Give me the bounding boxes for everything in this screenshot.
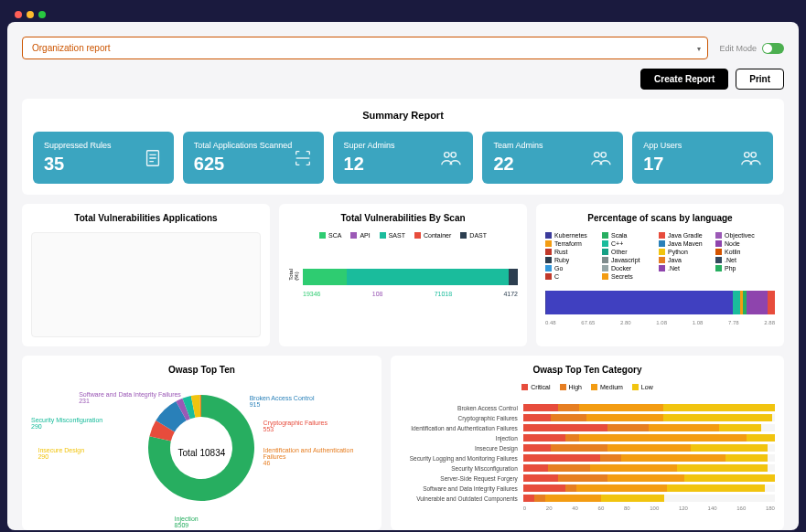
users-icon bbox=[738, 148, 762, 168]
bar-segment bbox=[607, 444, 692, 452]
bar-category: Vulnerable and Outdated Components bbox=[400, 495, 523, 502]
bar-segment bbox=[523, 444, 552, 452]
bar-segment bbox=[523, 424, 607, 431]
bar-labels: 19346108710184172 bbox=[303, 291, 518, 297]
bar-labels: 0.4867.652.801.081.087.782.88 bbox=[545, 320, 775, 325]
chart-row-2: Owasp Top Ten Total 10834Broken Access C… bbox=[22, 356, 784, 530]
legend-item: Scala bbox=[602, 232, 650, 239]
bar-row: Insecure Design bbox=[400, 444, 775, 452]
scan-icon bbox=[293, 148, 313, 168]
lang-panel: Percentage of scans by language Kubernet… bbox=[536, 204, 784, 346]
bar-segment bbox=[545, 495, 601, 502]
legend-item: Medium bbox=[591, 384, 623, 390]
legend-swatch bbox=[659, 257, 665, 263]
donut-label: Security Misconfiguration290 bbox=[31, 417, 102, 430]
metric-card: Suppressed Rules35 bbox=[33, 132, 174, 184]
legend-swatch bbox=[414, 232, 421, 239]
legend-item: Python bbox=[659, 249, 706, 255]
legend-swatch bbox=[659, 249, 665, 255]
bar-row: Server-Side Request Forgery bbox=[400, 474, 775, 482]
legend-swatch bbox=[460, 232, 467, 239]
legend-item: .Net bbox=[715, 257, 763, 263]
edit-mode-toggle[interactable] bbox=[762, 43, 784, 54]
bar-segment bbox=[600, 454, 621, 462]
legend-swatch bbox=[545, 232, 552, 239]
bar-segment bbox=[607, 474, 684, 482]
bar-segment bbox=[649, 424, 718, 431]
legend-swatch bbox=[715, 257, 722, 263]
donut-label: Insecure Design290 bbox=[38, 447, 84, 460]
bar-segment bbox=[551, 414, 586, 421]
legend-item: Rust bbox=[545, 249, 593, 255]
legend-item: Java Gradle bbox=[659, 232, 706, 239]
vuln-apps-title: Total Vulnerabilities Applications bbox=[31, 213, 261, 223]
bar-row: Cryptographic Failures bbox=[400, 414, 775, 421]
lang-title: Percentage of scans by language bbox=[545, 213, 775, 223]
bar-category: Cryptographic Failures bbox=[400, 415, 523, 421]
create-report-button[interactable]: Create Report bbox=[640, 69, 728, 90]
main-container: ▾ Edit Mode Create Report Print Summary … bbox=[7, 22, 799, 530]
legend-item: Kotlin bbox=[715, 249, 763, 255]
legend-swatch bbox=[715, 232, 722, 239]
metric-value: 12 bbox=[344, 154, 395, 175]
bar-segment bbox=[546, 291, 732, 314]
legend-item: Java Maven bbox=[659, 240, 706, 247]
bar-segment bbox=[579, 434, 747, 442]
bar-segment bbox=[558, 474, 607, 482]
legend-swatch bbox=[602, 265, 608, 271]
svg-point-6 bbox=[751, 152, 757, 157]
legend-swatch bbox=[659, 240, 665, 247]
legend-swatch bbox=[545, 257, 552, 263]
legend-swatch bbox=[350, 232, 357, 239]
bar-category: Broken Access Control bbox=[400, 405, 523, 411]
bar-segment bbox=[565, 484, 576, 492]
legend-item: Secrets bbox=[602, 273, 650, 280]
metric-card: Super Admins12 bbox=[333, 132, 474, 184]
bar-segment bbox=[719, 424, 761, 431]
bar-segment bbox=[601, 495, 664, 502]
legend-swatch bbox=[560, 384, 566, 390]
bar-category: Identification and Authentication Failur… bbox=[400, 425, 523, 431]
bar-segment bbox=[523, 454, 600, 462]
print-button[interactable]: Print bbox=[736, 69, 784, 90]
legend-swatch bbox=[602, 273, 608, 280]
bar-row: Software and Data Integrity Failures bbox=[400, 484, 775, 492]
svg-point-5 bbox=[745, 152, 750, 157]
chart-row-1: Total Vulnerabilities Applications Total… bbox=[22, 204, 784, 346]
metric-value: 17 bbox=[643, 154, 682, 175]
bar-segment bbox=[579, 404, 663, 411]
legend-item: Java bbox=[659, 257, 706, 263]
bar-segment bbox=[768, 291, 775, 314]
window-controls bbox=[7, 7, 799, 22]
maximize-window-icon[interactable] bbox=[38, 11, 46, 18]
bar-category: Security Logging and Monitoring Failures bbox=[400, 455, 523, 462]
metric-label: Team Admins bbox=[493, 141, 543, 150]
bar-segment bbox=[565, 434, 579, 442]
bar-row: Injection bbox=[400, 434, 775, 442]
minimize-window-icon[interactable] bbox=[27, 11, 34, 18]
bar-segment bbox=[347, 269, 508, 285]
legend-swatch bbox=[602, 249, 608, 255]
legend-swatch bbox=[602, 257, 608, 263]
metric-value: 22 bbox=[493, 154, 543, 175]
legend-item: API bbox=[350, 232, 370, 239]
legend-swatch bbox=[659, 232, 665, 239]
metric-label: App Users bbox=[643, 141, 682, 150]
edit-mode-label: Edit Mode bbox=[719, 44, 757, 53]
owasp-donut-chart: Total 10834Broken Access Control915Crypt… bbox=[31, 384, 372, 521]
metric-card: Team Admins22 bbox=[482, 132, 623, 184]
summary-panel: Summary Report Suppressed Rules35Total A… bbox=[22, 99, 784, 195]
legend-item: .Net bbox=[659, 265, 706, 271]
legend-item: SCA bbox=[319, 232, 341, 239]
legend-swatch bbox=[545, 273, 552, 280]
report-select[interactable] bbox=[22, 37, 708, 59]
legend-item: Go bbox=[545, 265, 593, 271]
bar-segment bbox=[586, 414, 663, 421]
close-window-icon[interactable] bbox=[15, 11, 22, 18]
legend-swatch bbox=[659, 265, 665, 271]
bar-segment bbox=[677, 464, 768, 472]
bar-segment bbox=[523, 474, 558, 482]
legend-item: Objectivec bbox=[715, 232, 763, 239]
bar-row: Identification and Authentication Failur… bbox=[400, 424, 775, 431]
svg-point-4 bbox=[601, 152, 607, 157]
